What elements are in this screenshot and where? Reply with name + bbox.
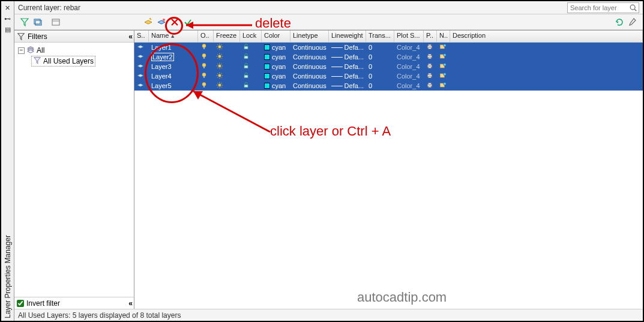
printer-icon[interactable]	[426, 53, 433, 61]
lock-icon[interactable]	[242, 82, 250, 90]
layer-name-cell[interactable]: Layer1	[149, 43, 198, 52]
props-icon[interactable]: ▤	[4, 25, 12, 34]
layer-states-icon[interactable]	[50, 17, 61, 28]
col-trans[interactable]: Trans...	[366, 31, 394, 42]
printer-icon[interactable]	[426, 62, 433, 71]
desc-cell[interactable]	[450, 43, 643, 52]
trans-cell[interactable]: 0	[366, 43, 394, 52]
color-cell[interactable]: cyan	[262, 62, 290, 71]
layer-name-cell[interactable]: Layer2	[149, 52, 198, 62]
lineweight-cell[interactable]: Defa...	[329, 81, 366, 91]
linetype-cell[interactable]: Continuous	[290, 62, 329, 71]
linetype-cell[interactable]: Continuous	[290, 71, 329, 81]
new-group-filter-icon[interactable]	[32, 17, 43, 28]
delete-layer-icon[interactable]	[169, 17, 180, 28]
invert-filter-checkbox[interactable]	[17, 300, 24, 307]
printer-icon[interactable]	[426, 43, 433, 52]
layer-name-cell[interactable]: Layer5	[149, 81, 198, 91]
table-row[interactable]: Layer1cyanContinuous Defa...0Color_4	[134, 43, 643, 52]
lock-icon[interactable]	[242, 62, 250, 71]
col-lock[interactable]: Lock	[240, 31, 262, 42]
plotstyle-cell[interactable]: Color_4	[394, 71, 424, 81]
col-linetype[interactable]: Linetype	[290, 31, 329, 42]
refresh-icon[interactable]	[614, 17, 625, 28]
bulb-icon[interactable]	[200, 43, 208, 52]
bulb-icon[interactable]	[200, 53, 208, 61]
collapse-filters-icon-2[interactable]: «	[128, 299, 131, 308]
collapse-filters-icon[interactable]: «	[128, 32, 131, 41]
table-body[interactable]: Layer1cyanContinuous Defa...0Color_4Laye…	[134, 43, 643, 309]
col-freeze[interactable]: Freeze	[214, 31, 240, 42]
col-desc[interactable]: Description	[450, 31, 643, 42]
sun-icon[interactable]	[216, 82, 223, 90]
expand-icon[interactable]: −	[18, 47, 25, 54]
col-on[interactable]: O..	[198, 31, 214, 42]
desc-cell[interactable]	[450, 71, 643, 81]
new-vp-freeze-icon[interactable]	[439, 43, 447, 52]
search-input[interactable]	[567, 2, 639, 13]
trans-cell[interactable]: 0	[366, 52, 394, 62]
lock-icon[interactable]	[242, 72, 250, 80]
sun-icon[interactable]	[216, 72, 223, 80]
trans-cell[interactable]: 0	[366, 62, 394, 71]
bulb-icon[interactable]	[200, 72, 208, 80]
lineweight-cell[interactable]: Defa...	[329, 52, 366, 62]
new-vp-freeze-icon[interactable]	[439, 72, 447, 80]
color-cell[interactable]: cyan	[262, 71, 290, 81]
printer-icon[interactable]	[426, 72, 433, 80]
table-row[interactable]: Layer2cyanContinuous Defa...0Color_4	[134, 52, 643, 62]
new-layer-icon[interactable]	[143, 17, 154, 28]
sun-icon[interactable]	[216, 62, 223, 71]
trans-cell[interactable]: 0	[366, 81, 394, 91]
sun-icon[interactable]	[216, 43, 223, 52]
sun-icon[interactable]	[216, 53, 223, 61]
col-lineweight[interactable]: Lineweight	[329, 31, 366, 42]
table-row[interactable]: Layer4cyanContinuous Defa...0Color_4	[134, 71, 643, 81]
desc-cell[interactable]	[450, 62, 643, 71]
new-vp-freeze-icon[interactable]	[439, 82, 447, 90]
lineweight-cell[interactable]: Defa...	[329, 62, 366, 71]
linetype-cell[interactable]: Continuous	[290, 52, 329, 62]
lock-icon[interactable]	[242, 43, 250, 52]
new-layer-vp-icon[interactable]	[156, 17, 167, 28]
plotstyle-cell[interactable]: Color_4	[394, 81, 424, 91]
column-headers[interactable]: S.. Name▲ O.. Freeze Lock Color Linetype…	[134, 31, 643, 43]
col-n[interactable]: N..	[437, 31, 450, 42]
new-vp-freeze-icon[interactable]	[439, 62, 447, 71]
col-status[interactable]: S..	[134, 31, 149, 42]
tree-root[interactable]: − All	[18, 45, 130, 56]
settings-icon[interactable]	[627, 17, 638, 28]
set-current-icon[interactable]	[182, 17, 193, 28]
close-icon[interactable]: ✕	[4, 4, 12, 12]
desc-cell[interactable]	[450, 81, 643, 91]
color-cell[interactable]: cyan	[262, 52, 290, 62]
printer-icon[interactable]	[426, 82, 433, 90]
lineweight-cell[interactable]: Defa...	[329, 43, 366, 52]
col-p[interactable]: P..	[424, 31, 437, 42]
linetype-cell[interactable]: Continuous	[290, 81, 329, 91]
plotstyle-cell[interactable]: Color_4	[394, 52, 424, 62]
pin-icon[interactable]: ⊷	[4, 14, 12, 23]
layer-name-cell[interactable]: Layer3	[149, 62, 198, 71]
col-color[interactable]: Color	[262, 31, 290, 42]
linetype-cell[interactable]: Continuous	[290, 43, 329, 52]
new-vp-freeze-icon[interactable]	[439, 53, 447, 61]
bulb-icon[interactable]	[200, 62, 208, 71]
tree-child[interactable]: All Used Layers	[31, 56, 95, 67]
plotstyle-cell[interactable]: Color_4	[394, 43, 424, 52]
layer-name-cell[interactable]: Layer4	[149, 71, 198, 81]
color-cell[interactable]: cyan	[262, 43, 290, 52]
color-cell[interactable]: cyan	[262, 81, 290, 91]
col-plots[interactable]: Plot S...	[394, 31, 424, 42]
lineweight-cell[interactable]: Defa...	[329, 71, 366, 81]
plotstyle-cell[interactable]: Color_4	[394, 62, 424, 71]
search-icon[interactable]	[629, 4, 637, 12]
trans-cell[interactable]: 0	[366, 71, 394, 81]
col-name[interactable]: Name▲	[149, 31, 198, 42]
table-row[interactable]: Layer5cyanContinuous Defa...0Color_4	[134, 81, 643, 91]
bulb-icon[interactable]	[200, 82, 208, 90]
desc-cell[interactable]	[450, 52, 643, 62]
lock-icon[interactable]	[242, 53, 250, 61]
table-row[interactable]: Layer3cyanContinuous Defa...0Color_4	[134, 62, 643, 71]
new-prop-filter-icon[interactable]	[19, 17, 30, 28]
